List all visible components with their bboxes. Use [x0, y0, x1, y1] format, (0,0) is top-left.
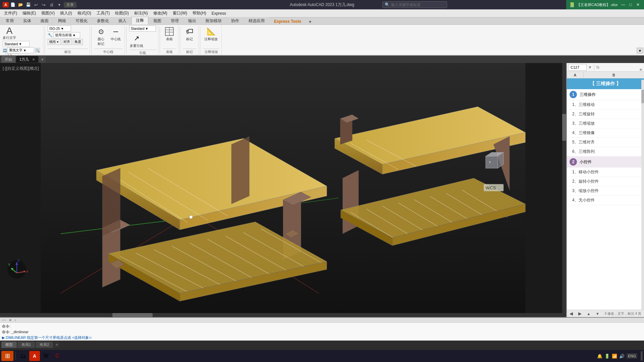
- cad-viewport[interactable]: [-][自定义视图][概念]: [0, 63, 566, 317]
- nav-left-btn[interactable]: ◀: [570, 311, 573, 316]
- aligned-dim-btn[interactable]: 对齐: [62, 39, 72, 45]
- dim-style-dropdown[interactable]: ISO-25▼: [48, 25, 71, 32]
- table-btn[interactable]: 表格: [163, 25, 176, 42]
- taskbar-another-app[interactable]: C: [52, 351, 63, 361]
- doc-tab-close-icon[interactable]: ✕: [32, 58, 35, 61]
- item-rotate-widget[interactable]: 2、旋转小控件: [567, 177, 644, 186]
- tab-featured[interactable]: 精选应用: [244, 17, 269, 24]
- menu-edit[interactable]: 编辑(E): [20, 9, 39, 17]
- start-tab[interactable]: 开始: [1, 56, 15, 63]
- mark-btn[interactable]: 🏷 标记: [183, 25, 196, 42]
- panel-eye-icon[interactable]: 👁: [639, 68, 643, 72]
- formula-btn[interactable]: fx: [596, 65, 599, 70]
- qat-print[interactable]: 🖨: [48, 1, 55, 8]
- item-3d-rotate[interactable]: 2、三维旋转: [567, 110, 644, 119]
- menu-dimension[interactable]: 标注(N): [131, 9, 151, 17]
- excel-max-btn[interactable]: □: [627, 2, 634, 8]
- taskbar-autocad[interactable]: A: [29, 351, 40, 361]
- multiline-text-btn[interactable]: A 多行文字: [2, 25, 17, 41]
- item-move-widget[interactable]: 1、移动小控件: [567, 168, 644, 177]
- tab-mesh[interactable]: 网格: [54, 17, 70, 24]
- tab-addons[interactable]: 附加模块: [201, 17, 226, 24]
- qat-share[interactable]: 共享: [64, 2, 76, 8]
- taskbar-notification[interactable]: 🔔: [597, 354, 602, 359]
- taskbar-battery[interactable]: 🔋: [604, 354, 610, 359]
- nav-right-btn[interactable]: ▶: [578, 311, 582, 316]
- tab-insert[interactable]: 插入: [114, 17, 131, 24]
- leader-style-dropdown[interactable]: Standard▼: [129, 25, 156, 32]
- nav-down-btn[interactable]: ▼: [596, 312, 599, 316]
- item-scale-widget[interactable]: 3、缩放小控件: [567, 186, 644, 196]
- taskbar-wifi[interactable]: 📶: [612, 354, 617, 359]
- ribbon-expand-btn[interactable]: ▼: [637, 48, 643, 54]
- use-current-dropdown[interactable]: 使用当前项▼: [53, 32, 80, 38]
- start-btn[interactable]: ⊞: [1, 351, 13, 361]
- tab-parametric[interactable]: 参数化: [93, 17, 113, 24]
- taskbar-win-explorer[interactable]: 🗂: [18, 351, 29, 361]
- tab-manage[interactable]: 管理: [166, 17, 183, 24]
- multi-leader-btn[interactable]: ↗ 多重引线: [129, 32, 144, 49]
- qat-redo[interactable]: ↪: [41, 1, 47, 8]
- taskbar-show-desktop[interactable]: [641, 351, 643, 361]
- cmdline-close-icon[interactable]: ✕: [9, 318, 12, 322]
- cell-ref-input[interactable]: C127: [568, 64, 587, 71]
- taskbar-word[interactable]: W: [41, 351, 51, 361]
- center-mark-btn[interactable]: ⊙ 圆心 标记: [94, 25, 108, 47]
- add-layout-btn[interactable]: +: [54, 342, 60, 348]
- item-3d-move[interactable]: 1、三维移动: [567, 100, 644, 110]
- menu-express[interactable]: Express: [209, 9, 229, 17]
- add-tab-btn[interactable]: +: [39, 56, 46, 63]
- item-3d-mirror[interactable]: 4、三维镜像: [567, 128, 644, 138]
- qat-more[interactable]: ▼: [56, 1, 63, 8]
- current-doc-tab[interactable]: 1万几 ✕: [16, 56, 38, 63]
- layout2-tab[interactable]: 布局2: [36, 342, 53, 348]
- annotation-text-search[interactable]: 🔍: [35, 48, 40, 53]
- center-line-btn[interactable]: ─ 中心线: [109, 25, 122, 42]
- menu-help[interactable]: 帮助(H): [190, 9, 209, 17]
- menu-file[interactable]: 文件(F): [1, 9, 20, 17]
- model-tab[interactable]: 模型: [1, 342, 17, 348]
- tab-common[interactable]: 常用: [1, 17, 18, 24]
- tab-visualize[interactable]: 可视化: [71, 17, 92, 24]
- menu-view[interactable]: 视图(V): [39, 9, 57, 17]
- taskbar-speaker[interactable]: 🔊: [619, 354, 625, 359]
- layout1-tab[interactable]: 布局1: [17, 342, 35, 348]
- panel-scrollbar[interactable]: [641, 80, 644, 310]
- menu-tools[interactable]: 工具(T): [94, 9, 112, 17]
- menu-insert[interactable]: 插入(I): [57, 9, 74, 17]
- tab-annotation[interactable]: 注释: [131, 17, 148, 24]
- viewport-hscroll[interactable]: [0, 313, 562, 317]
- section-2-header[interactable]: 2 小控件: [567, 157, 644, 168]
- tab-express-tools[interactable]: Express Tools: [270, 18, 306, 24]
- annotation-text-dropdown[interactable]: 重线文字▼: [7, 47, 34, 53]
- item-no-widget[interactable]: 4、无小控件: [567, 196, 644, 205]
- tab-collaborate[interactable]: 协作: [227, 17, 244, 24]
- menu-modify[interactable]: 修改(M): [151, 9, 170, 17]
- tab-output[interactable]: 输出: [184, 17, 201, 24]
- item-3d-align[interactable]: 5、三维对齐: [567, 138, 644, 147]
- qat-save[interactable]: 💾: [25, 1, 32, 8]
- text-style-dropdown[interactable]: Standard▼: [3, 41, 30, 47]
- search-input[interactable]: [391, 3, 445, 7]
- qat-undo[interactable]: ↩: [33, 1, 40, 8]
- cmdline-arrow-icon[interactable]: ↑: [14, 318, 16, 322]
- menu-format[interactable]: 格式(O): [75, 9, 94, 17]
- qat-open[interactable]: 📂: [17, 1, 24, 8]
- item-3d-array[interactable]: 6、三维阵列: [567, 147, 644, 157]
- section-1-header[interactable]: 1 三维操作: [567, 89, 644, 100]
- linear-dim-btn[interactable]: 线性▼: [48, 39, 61, 45]
- tab-more[interactable]: ▼: [306, 19, 314, 24]
- excel-close-btn[interactable]: ✕: [635, 2, 641, 8]
- excel-min-btn[interactable]: —: [620, 2, 627, 8]
- menu-draw[interactable]: 绘图(D): [112, 9, 131, 17]
- tab-surface[interactable]: 曲面: [36, 17, 53, 24]
- annot-scale-btn[interactable]: 📐 注释缩放: [203, 25, 219, 42]
- menu-window[interactable]: 窗口(W): [170, 9, 190, 17]
- nav-up-btn[interactable]: ▲: [587, 312, 590, 316]
- tab-view[interactable]: 视图: [149, 17, 166, 24]
- formula-expand-btn[interactable]: ▼: [588, 65, 592, 70]
- taskbar-lang[interactable]: ENG: [627, 353, 637, 359]
- angular-dim-btn[interactable]: 角度: [73, 39, 83, 45]
- viewport-vscroll[interactable]: [562, 63, 566, 317]
- qat-new[interactable]: 📄: [10, 1, 16, 8]
